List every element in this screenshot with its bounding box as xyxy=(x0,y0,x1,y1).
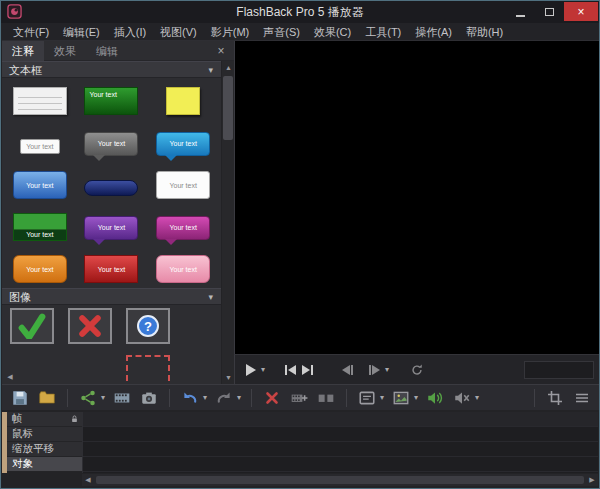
insert-image-button[interactable] xyxy=(391,388,411,408)
redo-icon xyxy=(215,389,233,407)
panel-scroll-left-button[interactable]: ◀ xyxy=(4,371,16,383)
delete-icon xyxy=(264,390,280,406)
textbox-thumb-navy-bar[interactable] xyxy=(84,180,138,196)
step-forward-button[interactable] xyxy=(365,359,383,381)
folder-icon xyxy=(38,389,56,407)
loop-button[interactable] xyxy=(407,359,427,381)
share-dropdown[interactable]: ▾ xyxy=(101,393,105,402)
jump-to-start-button[interactable] xyxy=(281,359,299,381)
textbox-thumb-green-box[interactable]: Your text xyxy=(84,87,138,115)
jump-end-icon xyxy=(302,365,310,375)
track-label: 对象 xyxy=(12,457,33,471)
jump-to-end-button[interactable] xyxy=(299,359,317,381)
collapse-caret-icon[interactable]: ▾ xyxy=(208,62,213,78)
delete-button[interactable] xyxy=(262,388,282,408)
audio-dropdown[interactable]: ▾ xyxy=(475,393,479,402)
scroll-right-button[interactable]: ▶ xyxy=(586,474,598,486)
maximize-button[interactable] xyxy=(535,2,564,21)
textbox-thumb-green-callout[interactable]: Your text xyxy=(13,213,67,241)
zoom-pan-track-lane[interactable] xyxy=(83,442,598,457)
menu-item-movie[interactable]: 影片(M) xyxy=(204,23,257,41)
thumb-label: Your text xyxy=(85,88,137,114)
scroll-left-button[interactable]: ◀ xyxy=(82,474,94,486)
insert-object-button[interactable] xyxy=(357,388,377,408)
menu-item-help[interactable]: 帮助(H) xyxy=(459,23,510,41)
step-options-dropdown[interactable]: ▾ xyxy=(383,365,391,374)
crop-button[interactable] xyxy=(545,388,565,408)
thumb-label: Your text xyxy=(14,172,66,198)
track-row-zoom-pan[interactable]: 缩放平移 xyxy=(7,442,82,457)
menu-button[interactable] xyxy=(572,388,592,408)
textbox-thumb-orange-box[interactable]: Your text xyxy=(13,255,67,283)
trim-frames-button[interactable] xyxy=(316,388,336,408)
textbox-thumb-small-label[interactable]: Your text xyxy=(20,139,60,154)
mouse-track-lane[interactable] xyxy=(83,427,598,442)
scrollbar-thumb[interactable] xyxy=(223,76,233,140)
share-button[interactable] xyxy=(78,388,98,408)
menu-item-view[interactable]: 视图(V) xyxy=(153,23,204,41)
redo-dropdown[interactable]: ▾ xyxy=(237,393,241,402)
export-movie-button[interactable] xyxy=(112,388,132,408)
audio-button[interactable] xyxy=(425,388,445,408)
menu-item-tools[interactable]: 工具(T) xyxy=(358,23,408,41)
timeline-horizontal-scrollbar[interactable]: ◀ ▶ xyxy=(82,474,598,486)
track-row-objects[interactable]: 对象 xyxy=(7,457,82,472)
textbox-thumb-white-note[interactable] xyxy=(13,87,67,115)
collapse-caret-icon[interactable]: ▾ xyxy=(208,289,213,305)
textbox-thumb-purple-bubble[interactable]: Your text xyxy=(84,216,138,240)
panel-scrollbar[interactable]: ▲ ▼ xyxy=(221,61,234,384)
textbox-thumb-red-box[interactable]: Your text xyxy=(84,255,138,283)
image-thumb-cross[interactable] xyxy=(68,308,112,344)
objects-track-lane[interactable] xyxy=(83,457,598,472)
panel-close-button[interactable]: × xyxy=(214,44,228,58)
play-button[interactable] xyxy=(243,359,259,381)
tab-annotations[interactable]: 注释 xyxy=(2,41,44,61)
save-button[interactable] xyxy=(10,388,30,408)
textbox-thumb-gray-bubble[interactable]: Your text xyxy=(84,132,138,156)
insert-image-dropdown[interactable]: ▾ xyxy=(414,393,418,402)
step-back-button[interactable] xyxy=(339,359,357,381)
image-thumb-question[interactable]: ? xyxy=(126,308,170,344)
textbox-thumb-pink-box[interactable]: Your text xyxy=(156,255,210,283)
scroll-down-button[interactable]: ▼ xyxy=(222,371,234,384)
frames-track-lane[interactable] xyxy=(83,412,598,427)
screenshot-button[interactable] xyxy=(139,388,159,408)
undo-button[interactable] xyxy=(180,388,200,408)
mute-button[interactable] xyxy=(452,388,472,408)
tab-effects[interactable]: 效果 xyxy=(44,41,86,61)
menu-item-insert[interactable]: 插入(I) xyxy=(107,23,153,41)
textbox-thumb-magenta-bubble[interactable]: Your text xyxy=(156,216,210,240)
scroll-up-button[interactable]: ▲ xyxy=(222,61,234,74)
timeline-tracks[interactable] xyxy=(82,412,598,473)
close-button[interactable]: × xyxy=(564,2,598,21)
image-thumb-selection-dashed[interactable] xyxy=(126,355,170,384)
textbox-thumb-blue-bubble[interactable]: Your text xyxy=(156,132,210,156)
menu-item-file[interactable]: 文件(F) xyxy=(6,23,56,41)
open-button[interactable] xyxy=(37,388,57,408)
undo-dropdown[interactable]: ▾ xyxy=(203,393,207,402)
textbox-thumb-yellow-sticky[interactable] xyxy=(166,87,200,115)
hscrollbar-thumb[interactable] xyxy=(96,476,584,484)
menu-item-edit[interactable]: 编辑(E) xyxy=(56,23,107,41)
video-display-area xyxy=(234,41,600,354)
tab-edit[interactable]: 编辑 xyxy=(86,41,128,61)
section-title-textboxes: 文本框 xyxy=(9,64,42,76)
textbox-thumb-blue-box[interactable]: Your text xyxy=(13,171,67,199)
film-icon xyxy=(113,389,131,407)
section-header-textboxes[interactable]: 文本框 ▾ xyxy=(2,61,221,78)
main-toolbar: ▾ ▾ ▾ xyxy=(2,384,600,410)
panel-scroll-area: 文本框 ▾ Your text Your text Your text Your… xyxy=(2,61,221,384)
minimize-button[interactable] xyxy=(506,2,535,21)
play-options-dropdown[interactable]: ▾ xyxy=(259,365,267,374)
redo-button[interactable] xyxy=(214,388,234,408)
section-header-images[interactable]: 图像 ▾ xyxy=(2,288,221,305)
insert-object-dropdown[interactable]: ▾ xyxy=(380,393,384,402)
track-row-frames[interactable]: 帧 xyxy=(7,412,82,427)
menu-item-actions[interactable]: 操作(A) xyxy=(408,23,459,41)
image-thumb-check[interactable] xyxy=(10,308,54,344)
menu-item-effects[interactable]: 效果(C) xyxy=(307,23,358,41)
track-row-mouse[interactable]: 鼠标 xyxy=(7,427,82,442)
textbox-thumb-white-card[interactable]: Your text xyxy=(156,171,210,199)
menu-item-sound[interactable]: 声音(S) xyxy=(256,23,307,41)
insert-frames-button[interactable] xyxy=(289,388,309,408)
